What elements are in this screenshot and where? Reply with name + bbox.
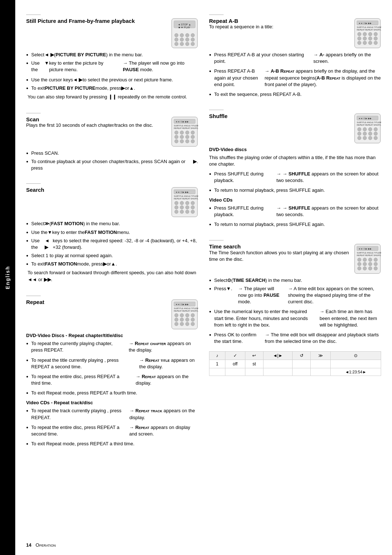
- table-cell: 1: [209, 360, 225, 368]
- svg-point-108: [368, 258, 372, 262]
- time-search-section: Time search The Time Search function all…: [209, 236, 381, 376]
- footer-section-label: Operation: [34, 542, 56, 548]
- time-search-description: The Time Search function allows you to s…: [209, 250, 354, 263]
- sidebar: English: [0, 0, 15, 555]
- list-item: Press REPEAT A-B at your chosen starting…: [209, 52, 381, 66]
- scan-title: Scan: [26, 116, 153, 122]
- arrow-note: The player will now go into PAUSE mode.: [238, 285, 282, 305]
- arrow-note: The player will now go into PAUSE mode.: [123, 60, 198, 73]
- svg-point-8: [175, 38, 178, 41]
- table-cell: ⊙: [331, 352, 381, 360]
- repeat-ab-title: Repeat A-B: [209, 18, 354, 24]
- shuffle-dvd-title: DVD-Video discs: [209, 147, 381, 152]
- table-cell: ✓: [225, 352, 245, 360]
- list-item: Select ⊙ (TIME SEARCH) in the menu bar.: [209, 277, 381, 284]
- table-cell: [209, 368, 225, 376]
- svg-point-73: [363, 32, 367, 36]
- arrow-note: A- appears briefly on the screen.: [313, 52, 381, 65]
- list-item: Use the cursor keys ◄ ▶ to select the pr…: [26, 77, 198, 83]
- svg-point-10: [185, 38, 189, 41]
- svg-point-109: [374, 258, 377, 262]
- svg-point-111: [363, 262, 367, 266]
- svg-point-22: [180, 131, 184, 134]
- list-item: Select ◄ ▶ (PICTURE BY PICTURE) in the m…: [26, 52, 198, 58]
- svg-point-24: [191, 131, 195, 134]
- svg-point-32: [191, 139, 195, 143]
- still-picture-remote-icon: ◄ STOP ▲ ■ ▼ PLAY: [171, 18, 198, 49]
- list-item: Use the numerical keys to enter the requ…: [209, 308, 381, 330]
- svg-point-117: [374, 267, 377, 270]
- arrow-note: Repeat chapter appears on the display.: [129, 340, 198, 353]
- svg-point-59: [175, 318, 178, 321]
- svg-point-97: [358, 136, 361, 140]
- list-item: To repeat the track currently playing , …: [26, 408, 198, 422]
- list-item: To continue playback at your chosen chap…: [26, 158, 198, 171]
- scan-bullets: Press SCAN. To continue playback at your…: [26, 150, 198, 172]
- table-cell: [293, 360, 311, 368]
- repeat-ab-section: Repeat A-B To repeat a sequence in a tit…: [209, 11, 381, 100]
- svg-point-93: [358, 132, 361, 135]
- list-item: Press REPEAT A-B again at your chosen en…: [209, 68, 381, 89]
- svg-point-40: [185, 201, 189, 205]
- svg-point-55: [175, 313, 178, 317]
- svg-point-80: [358, 41, 361, 45]
- svg-text:SUBTITLE ANGLE TITLEMP AUDIO: SUBTITLE ANGLE TITLEMP AUDIO: [357, 26, 381, 28]
- svg-text:◄◄ ⊙ ▶ ▶▶: ◄◄ ⊙ ▶ ▶▶: [358, 117, 372, 119]
- scan-description: Plays the first 10 seconds of each chapt…: [26, 122, 153, 128]
- svg-point-90: [363, 127, 367, 131]
- list-item: Press ▼. The player will now go into PAU…: [209, 285, 381, 307]
- svg-point-64: [180, 322, 184, 326]
- right-column: Repeat A-B To repeat a sequence in a tit…: [209, 11, 381, 544]
- shuffle-dvd-bullets: Press SHUFFLE during playback. → SHUFFLE…: [209, 171, 381, 194]
- svg-text:■ ▼ PLAY: ■ ▼ PLAY: [179, 26, 191, 29]
- svg-point-45: [191, 206, 195, 209]
- arrow-note: Repeat track appears on the display.: [129, 408, 198, 421]
- svg-point-9: [180, 38, 184, 41]
- svg-text:SUBTITLE ANGLE TITLEMP AUDIO: SUBTITLE ANGLE TITLEMP AUDIO: [357, 252, 381, 254]
- arrow-note: → SHUFFLE appears on the screen for abou…: [277, 205, 381, 218]
- svg-point-28: [191, 135, 195, 139]
- svg-text:REPEAT REPEAT SHUFFLE VOL: REPEAT REPEAT SHUFFLE VOL: [357, 29, 381, 31]
- svg-point-39: [180, 201, 184, 205]
- arrow-note: Repeat appears on the display.: [136, 373, 198, 386]
- svg-point-60: [180, 318, 184, 321]
- svg-point-92: [374, 127, 377, 131]
- arrow-note: The time edit box will disappear and pla…: [265, 332, 381, 345]
- table-cell: [331, 360, 381, 368]
- svg-point-4: [175, 33, 178, 37]
- list-item: Press SHUFFLE during playback. → SHUFFLE…: [209, 171, 381, 185]
- svg-point-62: [191, 318, 195, 321]
- svg-point-11: [191, 38, 195, 41]
- svg-point-47: [180, 210, 184, 214]
- list-item: To repeat the title currently playing , …: [26, 357, 198, 372]
- arrow-note: Repeat appears on display and screen.: [129, 424, 198, 437]
- list-item: To repeat the currently playing chapter,…: [26, 340, 198, 355]
- still-picture-note: You can also step forward by pressing ❙❙…: [28, 94, 198, 101]
- svg-point-76: [358, 37, 361, 40]
- shuffle-dvd-description: This shuffles the playing order of chapt…: [209, 154, 381, 167]
- svg-point-41: [191, 201, 195, 205]
- svg-text:REPEAT REPEAT SHUFFLE VOL: REPEAT REPEAT SHUFFLE VOL: [357, 124, 381, 126]
- list-item: Use the ◄ ▶ keys to select the required …: [26, 238, 198, 251]
- shuffle-vcd-title: Video CDs: [209, 197, 381, 203]
- still-picture-bullets: Select ◄ ▶ (PICTURE BY PICTURE) in the m…: [26, 52, 198, 92]
- svg-point-38: [175, 201, 178, 205]
- svg-text:◄◄ ⊙ ▶ ▶▶: ◄◄ ⊙ ▶ ▶▶: [358, 22, 372, 24]
- svg-point-14: [185, 42, 189, 46]
- table-cell: [263, 368, 293, 376]
- svg-point-58: [191, 313, 195, 317]
- svg-text:◄◄ ⊙ ▶ ▶▶: ◄◄ ⊙ ▶ ▶▶: [175, 303, 189, 305]
- arrow-note: A time edit box appears on the screen, s…: [288, 285, 381, 305]
- svg-text:◄◄ ⊙ ▶ ▶▶: ◄◄ ⊙ ▶ ▶▶: [175, 121, 189, 123]
- time-search-remote-icon: ◄◄ ⊙ ▶ ▶▶ SUBTITLE ANGLE TITLEMP AUDIO R…: [354, 243, 381, 274]
- svg-point-21: [175, 131, 178, 134]
- table-icon-row: ♪ ✓ ↩ ◄|► ↺ ≫ ⊙: [209, 352, 381, 360]
- table-cell: [245, 368, 263, 376]
- svg-point-44: [185, 206, 189, 209]
- list-item: To exit PICTURE BY PICTURE mode, press ▶…: [26, 85, 198, 92]
- svg-text:SUBTITLE ANGLE TITLEMP AUDIO: SUBTITLE ANGLE TITLEMP AUDIO: [174, 125, 198, 127]
- list-item: Use the ▼ key to enter the FAST MOTION m…: [26, 229, 198, 236]
- svg-point-78: [368, 37, 372, 40]
- svg-text:SUBTITLE ANGLE TITLEMP AUDIO: SUBTITLE ANGLE TITLEMP AUDIO: [174, 307, 198, 309]
- search-section: Search ◄◄ ⊙ ▶ ▶▶ SUBTITLE ANGLE TITLEMP …: [26, 180, 198, 285]
